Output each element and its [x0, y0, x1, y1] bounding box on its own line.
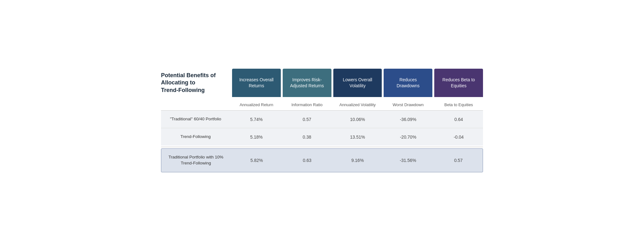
row-2-val-2: 0.38: [283, 134, 331, 140]
highlight-row-label: Traditional Portfolio with 10% Trend-Fol…: [161, 154, 230, 166]
subheader-2: Information Ratio: [283, 102, 331, 108]
table-row: "Traditional" 60/40 Portfolio 5.74% 0.57…: [161, 111, 483, 128]
subheader-3: Annualized Volatility: [333, 102, 382, 108]
row-1-val-2: 0.57: [283, 116, 331, 122]
row-1-label: "Traditional" 60/40 Portfolio: [161, 116, 230, 122]
highlight-val-2: 0.63: [283, 154, 331, 166]
highlight-val-5: 0.57: [434, 154, 483, 166]
subheader-row: Annualized Return Information Ratio Annu…: [161, 97, 483, 111]
subheader-empty: [161, 102, 230, 108]
column-header-5: Reduces Beta to Equities: [434, 69, 483, 97]
highlight-val-3: 9.16%: [333, 154, 382, 166]
table-row: Trend-Following 5.18% 0.38 13.51% -20.70…: [161, 128, 483, 146]
column-header-3: Lowers Overall Volatility: [333, 69, 382, 97]
header-row: Potential Benefits of Allocating to Tren…: [161, 69, 483, 97]
row-2-val-5: -0.04: [434, 134, 483, 140]
highlight-val-1: 5.82%: [232, 154, 281, 166]
row-1-val-1: 5.74%: [232, 116, 281, 122]
highlight-val-4: -31.56%: [384, 154, 432, 166]
title-cell: Potential Benefits of Allocating to Tren…: [161, 69, 230, 97]
data-section: "Traditional" 60/40 Portfolio 5.74% 0.57…: [161, 111, 483, 146]
subheader-1: Annualized Return: [232, 102, 281, 108]
row-1-val-4: -36.09%: [384, 116, 432, 122]
row-1-val-5: 0.64: [434, 116, 483, 122]
row-2-val-1: 5.18%: [232, 134, 281, 140]
row-1-val-3: 10.06%: [333, 116, 382, 122]
row-2-val-4: -20.70%: [384, 134, 432, 140]
table-title: Potential Benefits of Allocating to Tren…: [161, 72, 216, 94]
row-2-val-3: 13.51%: [333, 134, 382, 140]
main-container: Potential Benefits of Allocating to Tren…: [161, 69, 483, 172]
subheader-5: Beta to Equities: [434, 102, 483, 108]
row-2-label: Trend-Following: [161, 134, 230, 140]
column-header-2: Improves Risk-Adjusted Returns: [283, 69, 331, 97]
section-divider: [161, 147, 483, 147]
column-header-4: Reduces Drawdowns: [384, 69, 432, 97]
subheader-4: Worst Drawdown: [384, 102, 432, 108]
highlight-row: Traditional Portfolio with 10% Trend-Fol…: [161, 148, 483, 172]
column-header-1: Increases Overall Returns: [232, 69, 281, 97]
